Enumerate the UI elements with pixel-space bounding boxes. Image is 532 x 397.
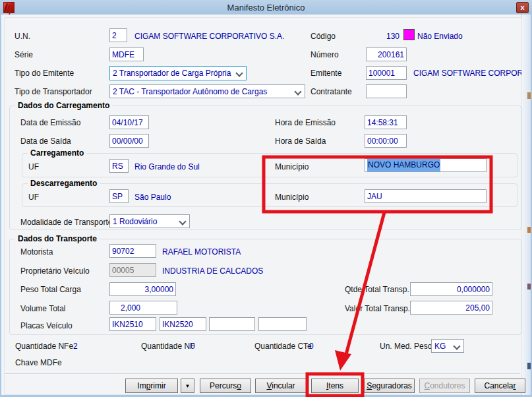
valor-label: Valor Total Transp. xyxy=(345,304,410,313)
numero-input[interactable] xyxy=(366,47,407,61)
hora-emissao-label: Hora de Emissão xyxy=(275,118,336,127)
numero-label: Número xyxy=(310,50,339,59)
uf-descarregamento-description: São Paulo xyxy=(134,193,171,202)
percurso-button[interactable]: Percurso xyxy=(200,379,251,393)
codigo-value: 130 xyxy=(369,32,399,41)
codigo-label: Código xyxy=(310,32,336,41)
window-border-left xyxy=(0,15,1,397)
dropdown-arrow-icon: ▼ xyxy=(185,383,191,389)
modalidade-value: 1 Rodoviário xyxy=(113,217,157,226)
proprietario-label: Proprietário Veículo xyxy=(20,266,90,276)
volume-label: Volume Total xyxy=(20,304,66,313)
vincular-button[interactable]: Vincular xyxy=(255,379,307,393)
qtd-nf-value: 0 xyxy=(191,342,195,351)
data-saida-input[interactable] xyxy=(109,134,149,148)
imprimir-dropdown-button[interactable]: ▼ xyxy=(181,379,194,393)
tipo-transportador-select[interactable]: 2 TAC - Transportador Autônomo de Cargas xyxy=(109,84,305,98)
seguradoras-button[interactable]: Seguradoras xyxy=(364,379,415,393)
contratante-label: Contratante xyxy=(310,87,352,96)
hora-saida-label: Hora de Saída xyxy=(275,137,326,146)
close-button[interactable]: x xyxy=(516,2,529,13)
municipio-descarregamento-label: Município xyxy=(275,193,309,202)
peso-input[interactable] xyxy=(109,282,176,296)
un-med-peso-select[interactable]: KG xyxy=(431,339,464,353)
un-med-peso-value: KG xyxy=(434,342,446,351)
valor-input[interactable] xyxy=(410,301,492,315)
hora-emissao-input[interactable] xyxy=(365,115,407,129)
motorista-label: Motorista xyxy=(20,247,53,257)
tipo-emitente-label: Tipo do Emitente xyxy=(15,69,74,78)
un-label: U.N. xyxy=(15,32,30,41)
cancelar-button[interactable]: Cancelar xyxy=(475,379,525,393)
qtde-label: Qtde Total Transp. xyxy=(345,285,409,294)
motorista-input[interactable] xyxy=(109,244,156,258)
chevron-down-icon xyxy=(179,218,186,225)
manifesto-eletronico-dialog: Manifesto Eletrônico x U.N. CIGAM SOFTWA… xyxy=(0,0,532,397)
uf-carregamento-description: Rio Grande do Sul xyxy=(134,162,200,171)
municipio-carregamento-input[interactable]: NOVO HAMBURGO xyxy=(365,158,487,172)
tipo-transportador-label: Tipo de Transportador xyxy=(15,87,92,96)
descarregamento-subgroup-title: Descarregamento xyxy=(28,179,100,188)
qtd-nfe-label: Quantidade NFe xyxy=(15,342,73,351)
emitente-label: Emitente xyxy=(310,69,341,78)
data-emissao-label: Data de Emissão xyxy=(20,118,80,127)
status-color-swatch xyxy=(403,29,415,40)
qtd-cte-value: 0 xyxy=(309,342,314,351)
serie-input[interactable] xyxy=(109,47,144,61)
uf-carregamento-label: UF xyxy=(28,162,39,171)
imprimir-button[interactable]: Imprimir xyxy=(125,379,178,393)
chevron-down-icon xyxy=(235,69,243,76)
tipo-emitente-value: 2 Transportador de Carga Própria xyxy=(113,69,231,78)
un-description: CIGAM SOFTWARE CORPORATIVO S.A. xyxy=(134,32,284,41)
peso-label: Peso Total Carga xyxy=(20,285,81,294)
carregamento-group-title: Dados do Carregamento xyxy=(15,101,112,110)
qtd-nfe-value: 2 xyxy=(73,342,78,351)
carregamento-subgroup-title: Carregamento xyxy=(28,148,86,158)
motorista-description: RAFAEL MOTORISTA xyxy=(162,247,241,257)
municipio-carregamento-label: Município xyxy=(275,162,309,171)
tipo-transportador-value: 2 TAC - Transportador Autônomo de Cargas xyxy=(113,87,267,96)
title-bar[interactable]: Manifesto Eletrônico x xyxy=(0,0,532,15)
data-emissao-input[interactable] xyxy=(109,115,149,129)
un-input[interactable] xyxy=(109,28,127,42)
placa-input-3[interactable] xyxy=(209,317,255,331)
chevron-down-icon xyxy=(294,88,301,95)
placa-input-1[interactable] xyxy=(109,317,156,331)
un-med-peso-label: Un. Med. Peso xyxy=(380,342,432,351)
button-bar-separator xyxy=(5,373,520,375)
emitente-description: CIGAM SOFTWARE CORPORATIV xyxy=(413,69,521,78)
chave-mdfe-label: Chave MDFe xyxy=(15,358,62,367)
background-window-strip xyxy=(521,15,531,395)
placa-input-2[interactable] xyxy=(160,317,206,331)
status-badge: Não Enviado xyxy=(417,32,463,41)
uf-descarregamento-input[interactable] xyxy=(109,189,129,203)
selected-text: NOVO HAMBURGO xyxy=(367,159,440,171)
hora-saida-input[interactable] xyxy=(365,134,407,148)
placas-label: Placas Veículo xyxy=(20,321,73,330)
uf-carregamento-input[interactable] xyxy=(109,159,129,173)
qtd-cte-label: Quantidade CTe xyxy=(254,342,312,351)
proprietario-description: INDUSTRIA DE CALCADOS xyxy=(162,266,263,276)
qtde-input[interactable] xyxy=(410,282,492,296)
municipio-descarregamento-input[interactable] xyxy=(365,189,487,203)
transporte-group-title: Dados do Transporte xyxy=(15,234,100,243)
qtd-nf-label: Quantidade NF xyxy=(141,342,194,351)
serie-label: Série xyxy=(15,50,33,59)
placa-input-4[interactable] xyxy=(258,317,307,331)
chevron-down-icon xyxy=(453,342,460,350)
itens-button[interactable]: Itens xyxy=(311,379,359,393)
modalidade-label: Modalidade de Transporte xyxy=(20,218,112,227)
data-saida-label: Data de Saída xyxy=(20,137,71,146)
close-icon: x xyxy=(520,3,524,11)
contratante-input[interactable] xyxy=(366,84,407,98)
modalidade-select[interactable]: 1 Rodoviário xyxy=(109,214,190,228)
tipo-emitente-select[interactable]: 2 Transportador de Carga Própria xyxy=(109,66,247,80)
condutores-button: Condutores xyxy=(419,379,470,393)
volume-input[interactable] xyxy=(109,301,177,315)
emitente-input[interactable] xyxy=(366,66,407,80)
uf-descarregamento-label: UF xyxy=(28,193,39,202)
proprietario-input xyxy=(109,263,156,277)
window-title: Manifesto Eletrônico xyxy=(0,3,532,13)
